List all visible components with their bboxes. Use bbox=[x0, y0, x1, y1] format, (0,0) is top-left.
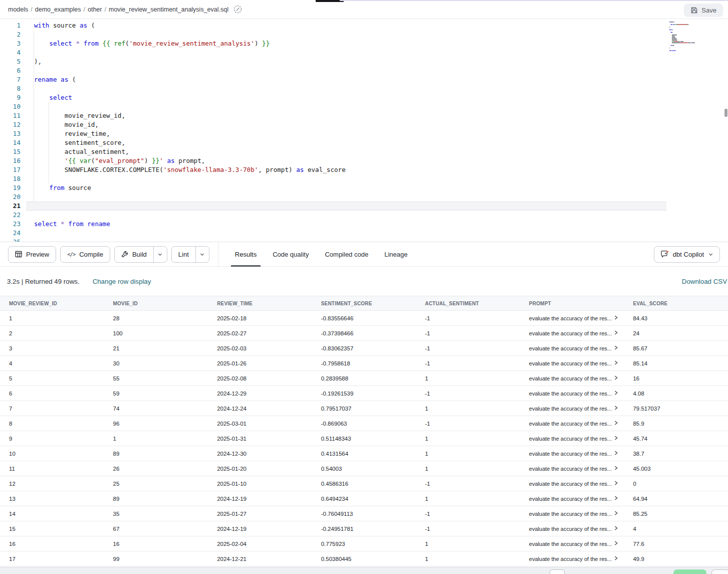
code-line: 8 bbox=[0, 84, 728, 93]
cell-review_time: 2025-03-01 bbox=[208, 421, 312, 427]
cell-sentiment_score: 0.775923 bbox=[312, 541, 416, 547]
prompt-preview: evaluate the accuracy of the res... bbox=[529, 391, 612, 397]
bottom-bar-button[interactable] bbox=[711, 569, 728, 574]
cell-eval_score: 16 bbox=[624, 375, 728, 381]
expand-cell-icon[interactable] bbox=[614, 360, 618, 365]
expand-cell-icon[interactable] bbox=[614, 451, 618, 455]
minimap-canvas bbox=[668, 21, 723, 57]
prompt-cell[interactable]: evaluate the accuracy of the res... bbox=[520, 556, 624, 562]
chevron-down-icon bbox=[708, 252, 713, 257]
line-content bbox=[21, 211, 34, 220]
line-number: 24 bbox=[0, 229, 21, 238]
save-icon bbox=[690, 7, 698, 14]
minimap[interactable] bbox=[668, 21, 723, 57]
dbt-copilot-button[interactable]: dbt Copilot bbox=[654, 246, 720, 263]
cell-sentiment_score: -0.76049113 bbox=[312, 511, 416, 517]
cell-review_time: 2025-02-18 bbox=[208, 315, 312, 321]
expand-cell-icon[interactable] bbox=[614, 375, 618, 380]
build-button[interactable]: Build bbox=[115, 247, 154, 262]
cell-movie_id: 100 bbox=[104, 330, 208, 336]
column-header-sentiment_score: SENTIMENT_SCORE bbox=[312, 301, 416, 306]
expand-cell-icon[interactable] bbox=[614, 556, 618, 560]
prompt-cell[interactable]: evaluate the accuracy of the res... bbox=[520, 406, 624, 412]
expand-cell-icon[interactable] bbox=[614, 541, 618, 545]
table-row: 912025-01-310.511483431evaluate the accu… bbox=[0, 431, 728, 446]
code-line: 22 bbox=[0, 211, 728, 220]
prompt-cell[interactable]: evaluate the accuracy of the res... bbox=[520, 481, 624, 487]
cell-eval_score: 85.67 bbox=[624, 345, 728, 351]
expand-cell-icon[interactable] bbox=[614, 436, 618, 440]
code-line: 23select * from rename bbox=[0, 220, 728, 229]
expand-cell-icon[interactable] bbox=[614, 481, 618, 485]
line-number: 18 bbox=[0, 174, 21, 183]
lint-button[interactable]: Lint bbox=[172, 247, 196, 262]
expand-cell-icon[interactable] bbox=[614, 496, 618, 500]
cell-eval_score: 85.14 bbox=[624, 360, 728, 366]
build-dropdown-button[interactable] bbox=[154, 247, 167, 262]
code-line: 13 review_time, bbox=[0, 129, 728, 138]
prompt-cell[interactable]: evaluate the accuracy of the res... bbox=[520, 315, 624, 321]
prompt-cell[interactable]: evaluate the accuracy of the res... bbox=[520, 391, 624, 397]
code-editor[interactable]: 1with source as (23 select * from {{ ref… bbox=[0, 20, 728, 242]
prompt-cell[interactable]: evaluate the accuracy of the res... bbox=[520, 511, 624, 517]
expand-cell-icon[interactable] bbox=[614, 391, 618, 395]
prompt-cell[interactable]: evaluate the accuracy of the res... bbox=[520, 526, 624, 532]
cell-movie_review_id: 11 bbox=[0, 466, 104, 472]
tab-code-quality[interactable]: Code quality bbox=[273, 242, 309, 266]
line-content bbox=[21, 48, 34, 57]
lint-dropdown-button[interactable] bbox=[196, 247, 209, 262]
column-header-movie_id: MOVIE_ID bbox=[104, 301, 208, 306]
tab-lineage[interactable]: Lineage bbox=[384, 242, 407, 266]
expand-cell-icon[interactable] bbox=[614, 526, 618, 530]
prompt-cell[interactable]: evaluate the accuracy of the res... bbox=[520, 345, 624, 351]
compile-button[interactable]: </> Compile bbox=[60, 246, 110, 263]
prompt-cell[interactable]: evaluate the accuracy of the res... bbox=[520, 496, 624, 502]
expand-cell-icon[interactable] bbox=[614, 421, 618, 425]
prompt-cell[interactable]: evaluate the accuracy of the res... bbox=[520, 541, 624, 547]
prompt-cell[interactable]: evaluate the accuracy of the res... bbox=[520, 421, 624, 427]
preview-button[interactable]: Preview bbox=[8, 246, 56, 263]
breadcrumb-segment: other bbox=[88, 6, 102, 13]
code-line: 10 bbox=[0, 102, 728, 111]
editor-scrollbar-thumb[interactable] bbox=[724, 109, 727, 117]
cell-eval_score: 45.003 bbox=[624, 466, 728, 472]
build-label: Build bbox=[132, 251, 147, 258]
expand-cell-icon[interactable] bbox=[614, 330, 618, 335]
cell-movie_review_id: 3 bbox=[0, 345, 104, 351]
code-line: 14 sentiment_score, bbox=[0, 138, 728, 147]
download-csv-link[interactable]: Download CSV bbox=[682, 278, 727, 285]
lint-label: Lint bbox=[178, 251, 189, 258]
cell-movie_id: 89 bbox=[104, 451, 208, 457]
prompt-cell[interactable]: evaluate the accuracy of the res... bbox=[520, 360, 624, 366]
cell-actual_sentiment: -1 bbox=[416, 345, 520, 351]
expand-cell-icon[interactable] bbox=[614, 466, 618, 470]
bottom-bar-green-pill[interactable] bbox=[673, 569, 706, 574]
expand-cell-icon[interactable] bbox=[614, 315, 618, 320]
save-button[interactable]: Save bbox=[684, 4, 723, 17]
table-row: 12252025-01-100.4586316-1evaluate the ac… bbox=[0, 476, 728, 491]
change-row-display-link[interactable]: Change row display bbox=[93, 278, 151, 285]
tab-compiled-code[interactable]: Compiled code bbox=[325, 242, 368, 266]
preview-table-icon bbox=[15, 251, 22, 258]
code-line: 24 bbox=[0, 229, 728, 238]
expand-cell-icon[interactable] bbox=[614, 406, 618, 410]
line-content bbox=[21, 66, 34, 75]
column-header-actual_sentiment: ACTUAL_SENTIMENT bbox=[416, 301, 520, 306]
current-line-highlight bbox=[26, 202, 666, 211]
prompt-cell[interactable]: evaluate the accuracy of the res... bbox=[520, 466, 624, 472]
prompt-cell[interactable]: evaluate the accuracy of the res... bbox=[520, 375, 624, 381]
prompt-preview: evaluate the accuracy of the res... bbox=[529, 496, 612, 502]
tab-results[interactable]: Results bbox=[235, 242, 257, 266]
cell-eval_score: 45.74 bbox=[624, 436, 728, 442]
cell-review_time: 2025-01-20 bbox=[208, 466, 312, 472]
expand-cell-icon[interactable] bbox=[614, 345, 618, 350]
bottom-bar-button[interactable] bbox=[550, 569, 565, 574]
cell-actual_sentiment: 1 bbox=[416, 406, 520, 412]
cell-review_time: 2025-02-04 bbox=[208, 541, 312, 547]
prompt-cell[interactable]: evaluate the accuracy of the res... bbox=[520, 330, 624, 336]
expand-cell-icon[interactable] bbox=[614, 511, 618, 515]
line-content: movie_review_id, bbox=[21, 111, 125, 120]
prompt-preview: evaluate the accuracy of the res... bbox=[529, 315, 612, 321]
prompt-cell[interactable]: evaluate the accuracy of the res... bbox=[520, 436, 624, 442]
prompt-cell[interactable]: evaluate the accuracy of the res... bbox=[520, 451, 624, 457]
